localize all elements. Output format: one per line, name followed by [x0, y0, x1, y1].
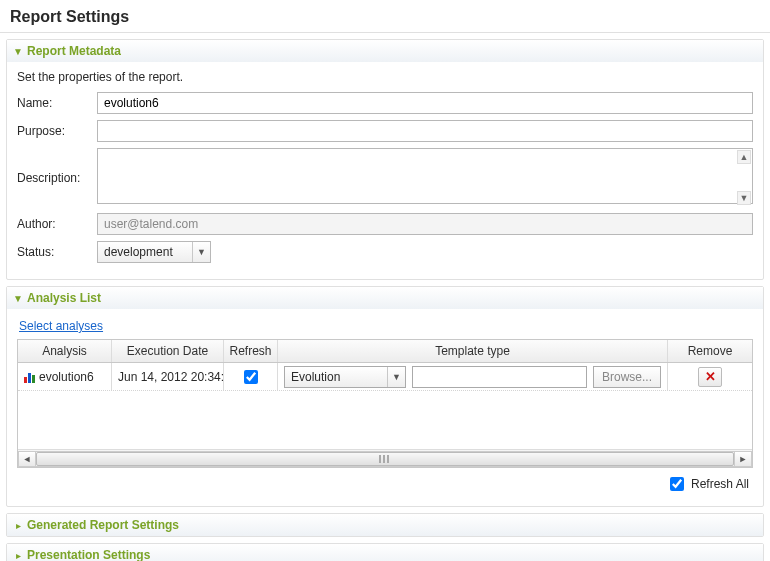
- cell-analysis-name: evolution6: [18, 363, 112, 390]
- col-analysis[interactable]: Analysis: [18, 340, 112, 362]
- metadata-helper-text: Set the properties of the report.: [17, 70, 753, 84]
- analysis-icon: [24, 371, 35, 383]
- browse-button[interactable]: Browse...: [593, 366, 661, 388]
- status-select[interactable]: development ▼: [97, 241, 211, 263]
- scrollbar-thumb[interactable]: [36, 452, 734, 466]
- section-analysis-list: ▼ Analysis List Select analyses Analysis…: [6, 286, 764, 507]
- cell-refresh: [224, 363, 278, 390]
- chevron-down-icon: ▼: [387, 367, 405, 387]
- analysis-grid: Analysis Execution Date Refresh Template…: [17, 339, 753, 468]
- select-analyses-link[interactable]: Select analyses: [19, 319, 103, 333]
- section-header-metadata[interactable]: ▼ Report Metadata: [7, 40, 763, 62]
- table-row[interactable]: evolution6 Jun 14, 2012 20:34:... Evolut…: [18, 363, 752, 391]
- chevron-right-icon: ▸: [13, 520, 23, 530]
- section-title-analysis: Analysis List: [27, 291, 101, 305]
- remove-button[interactable]: ✕: [698, 367, 722, 387]
- col-execution-date[interactable]: Execution Date: [112, 340, 224, 362]
- scroll-down-icon[interactable]: ▼: [737, 191, 751, 205]
- section-header-presentation[interactable]: ▸ Presentation Settings: [7, 544, 763, 561]
- template-type-value: Evolution: [285, 370, 387, 384]
- purpose-input[interactable]: [97, 120, 753, 142]
- section-title-generated: Generated Report Settings: [27, 518, 179, 532]
- label-status: Status:: [17, 245, 97, 259]
- status-select-value: development: [104, 245, 192, 259]
- refresh-all-checkbox[interactable]: [670, 477, 684, 491]
- analysis-name-text: evolution6: [39, 370, 94, 384]
- label-purpose: Purpose:: [17, 124, 97, 138]
- cell-execution-date: Jun 14, 2012 20:34:...: [112, 363, 224, 390]
- label-name: Name:: [17, 96, 97, 110]
- section-header-analysis[interactable]: ▼ Analysis List: [7, 287, 763, 309]
- cell-remove: ✕: [668, 363, 752, 390]
- horizontal-scrollbar[interactable]: ◄ ►: [18, 449, 752, 467]
- section-header-generated[interactable]: ▸ Generated Report Settings: [7, 514, 763, 536]
- chevron-down-icon: ▼: [13, 46, 23, 56]
- scroll-right-icon[interactable]: ►: [734, 451, 752, 467]
- description-input[interactable]: [97, 148, 753, 204]
- section-presentation-settings: ▸ Presentation Settings: [6, 543, 764, 561]
- section-generated-report-settings: ▸ Generated Report Settings: [6, 513, 764, 537]
- grid-header: Analysis Execution Date Refresh Template…: [18, 340, 752, 363]
- col-template-type[interactable]: Template type: [278, 340, 668, 362]
- section-report-metadata: ▼ Report Metadata Set the properties of …: [6, 39, 764, 280]
- refresh-all-row: Refresh All: [17, 468, 753, 496]
- refresh-all-label: Refresh All: [691, 477, 749, 491]
- scroll-left-icon[interactable]: ◄: [18, 451, 36, 467]
- col-refresh[interactable]: Refresh: [224, 340, 278, 362]
- scrollbar-track[interactable]: [36, 451, 734, 467]
- template-type-select[interactable]: Evolution ▼: [284, 366, 406, 388]
- chevron-down-icon: ▼: [13, 293, 23, 303]
- scroll-up-icon[interactable]: ▲: [737, 150, 751, 164]
- close-icon: ✕: [705, 369, 716, 384]
- section-title-metadata: Report Metadata: [27, 44, 121, 58]
- author-input: [97, 213, 753, 235]
- grid-empty-area: [18, 391, 752, 449]
- name-input[interactable]: [97, 92, 753, 114]
- chevron-right-icon: ▸: [13, 550, 23, 560]
- col-remove[interactable]: Remove: [668, 340, 752, 362]
- chevron-down-icon: ▼: [192, 242, 210, 262]
- label-author: Author:: [17, 217, 97, 231]
- page-title: Report Settings: [0, 0, 770, 33]
- refresh-checkbox[interactable]: [244, 370, 258, 384]
- label-description: Description:: [17, 171, 97, 185]
- cell-template: Evolution ▼ Browse...: [278, 363, 668, 390]
- template-path-input[interactable]: [412, 366, 587, 388]
- section-title-presentation: Presentation Settings: [27, 548, 150, 561]
